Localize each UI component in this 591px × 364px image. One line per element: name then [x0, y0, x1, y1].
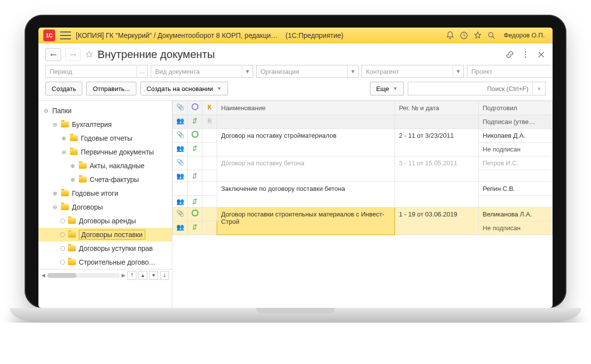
- tree-item[interactable]: ⊖Первичные документы: [38, 145, 172, 159]
- radio-icon[interactable]: [60, 260, 65, 265]
- status-icon: [192, 210, 198, 216]
- col-author[interactable]: Подготовил: [479, 101, 553, 115]
- expand-icon[interactable]: ⊕: [69, 163, 76, 169]
- people-icon: 👥: [176, 223, 184, 231]
- send-button[interactable]: Отправить...: [86, 82, 136, 95]
- star-icon[interactable]: [473, 31, 482, 40]
- expand-icon[interactable]: ⊖: [51, 121, 58, 128]
- radio-icon[interactable]: [60, 232, 65, 237]
- kebab-icon[interactable]: [521, 50, 530, 59]
- chevron-down-icon[interactable]: ▼: [347, 65, 358, 77]
- menu-icon[interactable]: [60, 31, 71, 39]
- col-reg[interactable]: Рег. № и дата: [395, 101, 479, 115]
- filter-counterparty-input[interactable]: [362, 65, 453, 77]
- tree-item[interactable]: ⊖Договоры: [38, 200, 172, 214]
- history-icon[interactable]: [460, 31, 468, 40]
- people-icon: 👥: [176, 117, 184, 124]
- filter-doctype-input[interactable]: [151, 65, 242, 77]
- col-people[interactable]: 👥: [173, 115, 188, 129]
- app-bar: 1C [КОПИЯ] ГК "Меркурий" / Документообор…: [38, 28, 553, 43]
- filter-doctype[interactable]: ▼: [151, 65, 253, 78]
- filter-org[interactable]: ▼: [256, 65, 359, 78]
- filter-project-input[interactable]: [467, 65, 553, 77]
- col-attach[interactable]: 📎: [173, 101, 188, 115]
- svg-point-4: [525, 57, 526, 58]
- tree-up-icon[interactable]: ▲: [138, 271, 147, 280]
- search-icon[interactable]: [487, 31, 496, 40]
- create-based-button[interactable]: Создать на основании: [140, 82, 228, 95]
- link-icon[interactable]: [505, 50, 514, 59]
- folder-tree: ⊖ Папки ⊖Бухгалтерия⊕Годовые отчеты⊖Перв…: [38, 101, 172, 308]
- route-icon: ⇵: [192, 117, 197, 124]
- close-icon[interactable]: [537, 50, 546, 59]
- expand-icon[interactable]: ⊕: [51, 190, 58, 197]
- paperclip-icon: 📎: [176, 103, 184, 111]
- search-input[interactable]: [408, 82, 532, 95]
- search-box[interactable]: ×: [408, 82, 546, 95]
- tree-item[interactable]: Договоры поставки: [38, 228, 172, 242]
- app-title: [КОПИЯ] ГК "Меркурий" / Документооборот …: [76, 31, 278, 39]
- col-name[interactable]: Наименование: [217, 101, 395, 115]
- col-status[interactable]: [188, 101, 202, 115]
- favorite-icon[interactable]: [85, 50, 94, 59]
- cell-signed: Не подписан: [479, 143, 553, 156]
- filter-counterparty[interactable]: ▼: [361, 65, 464, 78]
- paperclip-icon: 📎: [176, 210, 184, 217]
- tree-item[interactable]: ⊖Бухгалтерия: [38, 118, 172, 131]
- create-button[interactable]: Создать: [45, 82, 82, 95]
- svg-point-2: [525, 52, 526, 53]
- expand-icon[interactable]: ⊖: [51, 204, 58, 211]
- tree-item[interactable]: ⊕Акты, накладные: [38, 159, 172, 173]
- cell-author: Репин С.В.: [479, 182, 553, 196]
- tree-item[interactable]: ⊕Годовые итоги: [38, 186, 172, 200]
- table-row[interactable]: 📎Договор на поставку бетона3 - 11 от 15.…: [173, 156, 553, 170]
- col-copy[interactable]: ⎘: [202, 115, 217, 129]
- radio-icon[interactable]: [60, 246, 65, 251]
- col-k[interactable]: К: [202, 101, 217, 115]
- col-empty: [217, 115, 395, 129]
- filter-project[interactable]: [467, 65, 553, 78]
- table-row[interactable]: 📎Договор на поставку стройматериалов2 - …: [173, 129, 553, 143]
- col-route[interactable]: ⇵: [188, 115, 202, 129]
- cell-author: Великанова Л.А.: [479, 208, 553, 221]
- tree-item[interactable]: ⊕Годовые отчеты: [38, 131, 172, 145]
- more-button[interactable]: Еще: [370, 82, 404, 95]
- folder-icon: [70, 135, 78, 141]
- user-name[interactable]: Федоров О.П.: [501, 31, 548, 39]
- tree-root[interactable]: ⊖ Папки: [38, 104, 172, 118]
- folder-icon: [79, 177, 87, 182]
- collapse-icon[interactable]: ⊖: [42, 108, 49, 114]
- tree-item[interactable]: Договоры уступки прав: [38, 242, 172, 255]
- cell-reg: 1 - 19 от 03.06.2019: [395, 208, 479, 235]
- tree-item-label: Акты, накладные: [90, 162, 144, 170]
- tree-down-icon[interactable]: ▼: [149, 271, 158, 280]
- table-row[interactable]: 📎Договор поставки строительных материало…: [173, 208, 553, 221]
- ellipsis-icon[interactable]: …: [136, 65, 147, 77]
- nav-back-button[interactable]: 🡐: [45, 48, 61, 61]
- tree-item-label: Бухгалтерия: [72, 121, 112, 128]
- bell-icon[interactable]: [446, 31, 455, 40]
- expand-icon[interactable]: ⊕: [69, 177, 76, 183]
- table-row[interactable]: Заключение по договору поставки бетонаРе…: [173, 182, 553, 196]
- chevron-down-icon[interactable]: ▼: [453, 65, 463, 77]
- tree-item[interactable]: ⊕Счета-фактуры: [38, 173, 172, 186]
- expand-icon[interactable]: ⊖: [60, 149, 67, 155]
- people-icon: 👥: [176, 145, 184, 152]
- filter-period[interactable]: …: [45, 65, 148, 78]
- clear-search-icon[interactable]: ×: [532, 82, 545, 95]
- chevron-down-icon[interactable]: ▼: [242, 65, 253, 77]
- radio-icon[interactable]: [60, 218, 65, 223]
- tree-scrollbar[interactable]: [47, 273, 120, 278]
- tree-collapse-all-icon[interactable]: ⤒: [128, 271, 136, 280]
- tree-item[interactable]: Строительные догово…: [38, 255, 172, 269]
- route-icon: ⇵: [192, 172, 197, 180]
- col-signed[interactable]: Подписан (утве…: [479, 115, 553, 129]
- svg-point-1: [489, 32, 493, 37]
- tree-item-label: Строительные догово…: [79, 258, 156, 266]
- filter-period-input[interactable]: [46, 65, 136, 77]
- filter-org-input[interactable]: [257, 65, 347, 77]
- tree-item[interactable]: Договоры аренды: [38, 214, 172, 228]
- expand-icon[interactable]: ⊕: [60, 135, 67, 142]
- tree-expand-all-icon[interactable]: ⤓: [160, 271, 169, 280]
- cell-name: Договор на поставку бетона: [217, 156, 395, 182]
